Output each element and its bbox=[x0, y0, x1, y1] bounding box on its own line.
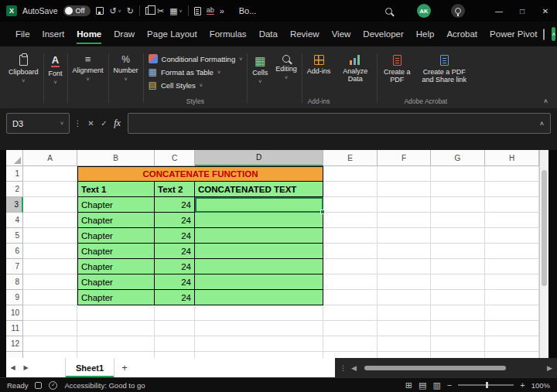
cell-A10[interactable] bbox=[23, 305, 77, 321]
cell-E12[interactable] bbox=[323, 336, 378, 352]
cell-A2[interactable] bbox=[23, 182, 77, 197]
create-pdf-button[interactable]: Create a PDF bbox=[382, 48, 412, 84]
font-button[interactable]: AFont˅ bbox=[49, 48, 63, 85]
analyze-data-button[interactable]: Analyze Data bbox=[338, 48, 372, 84]
cell-D11[interactable] bbox=[195, 321, 323, 336]
cells-button[interactable]: ▦ Cells ˅ bbox=[252, 48, 268, 84]
cell-E2[interactable] bbox=[323, 182, 378, 197]
menu-tab-formulas[interactable]: Formulas bbox=[203, 22, 253, 46]
cell-H11[interactable] bbox=[485, 321, 539, 336]
cell-G10[interactable] bbox=[431, 305, 485, 321]
row-header-8[interactable]: 8 bbox=[6, 274, 23, 290]
row-header-13[interactable] bbox=[6, 352, 23, 358]
menu-tab-acrobat[interactable]: Acrobat bbox=[440, 22, 484, 46]
cut-button[interactable]: ✂ bbox=[157, 7, 164, 15]
cell-F10[interactable] bbox=[378, 305, 431, 321]
cell-E1[interactable] bbox=[323, 166, 378, 182]
cell-E9[interactable] bbox=[323, 290, 378, 305]
cell-G4[interactable] bbox=[431, 213, 485, 228]
cell-H12[interactable] bbox=[485, 336, 539, 352]
autosave-toggle[interactable]: Off bbox=[63, 5, 91, 16]
cell-E13[interactable] bbox=[323, 352, 378, 358]
cell-C4[interactable]: 24 bbox=[155, 213, 195, 228]
zoom-out-button[interactable]: − bbox=[447, 381, 452, 390]
cell-F2[interactable] bbox=[378, 182, 431, 197]
cell-C7[interactable]: 24 bbox=[155, 259, 195, 274]
menu-tab-help[interactable]: Help bbox=[410, 22, 441, 46]
cell-A5[interactable] bbox=[23, 228, 77, 244]
cell-B8[interactable]: Chapter bbox=[77, 274, 155, 290]
column-header-E[interactable]: E bbox=[323, 150, 378, 166]
cell-F8[interactable] bbox=[378, 274, 431, 290]
cell-D4[interactable] bbox=[195, 213, 323, 228]
cell-F9[interactable] bbox=[378, 290, 431, 305]
page-layout-view-button[interactable]: ▤ bbox=[419, 381, 426, 390]
cell-A12[interactable] bbox=[23, 336, 77, 352]
number-button[interactable]: %Number˅ bbox=[114, 48, 138, 82]
cell-G2[interactable] bbox=[431, 182, 485, 197]
cell-B2[interactable]: Text 1 bbox=[77, 182, 155, 197]
menu-tab-power-pivot[interactable]: Power Pivot bbox=[484, 22, 543, 46]
undo-button[interactable]: ↺˅ bbox=[109, 7, 121, 15]
row-header-9[interactable]: 9 bbox=[6, 290, 23, 305]
horizontal-scrollbar[interactable] bbox=[361, 364, 542, 371]
row-header-2[interactable]: 2 bbox=[6, 182, 23, 197]
cell-G9[interactable] bbox=[431, 290, 485, 305]
cell-D7[interactable] bbox=[195, 259, 323, 274]
redo-button[interactable]: ↻ bbox=[127, 7, 134, 15]
cell-H9[interactable] bbox=[485, 290, 539, 305]
zoom-slider-thumb[interactable] bbox=[486, 382, 488, 388]
table-title-cell[interactable]: CONCATENATE FUNCTION bbox=[77, 166, 323, 182]
cell-F12[interactable] bbox=[378, 336, 431, 352]
save-button[interactable] bbox=[96, 7, 104, 15]
row-header-1[interactable]: 1 bbox=[6, 166, 23, 182]
row-header-5[interactable]: 5 bbox=[6, 228, 23, 244]
select-all-corner[interactable] bbox=[6, 150, 23, 166]
page-break-view-button[interactable]: ▥ bbox=[432, 381, 440, 390]
column-header-D[interactable]: D bbox=[195, 150, 323, 166]
clipboard-button[interactable]: Clipboard˅ bbox=[9, 48, 39, 84]
alignment-button[interactable]: ≡Alignment˅ bbox=[73, 48, 104, 82]
cell-F6[interactable] bbox=[378, 244, 431, 259]
cell-G7[interactable] bbox=[431, 259, 485, 274]
row-header-7[interactable]: 7 bbox=[6, 259, 23, 274]
cell-G13[interactable] bbox=[431, 352, 485, 358]
cell-B12[interactable] bbox=[77, 336, 155, 352]
expand-formula-bar-icon[interactable]: ˄ bbox=[540, 120, 544, 128]
cell-D5[interactable] bbox=[195, 228, 323, 244]
cell-C2[interactable]: Text 2 bbox=[155, 182, 195, 197]
share-button[interactable]: ˄ bbox=[552, 27, 555, 41]
tell-me-button[interactable] bbox=[451, 4, 465, 18]
menu-tab-insert[interactable]: Insert bbox=[36, 22, 71, 46]
table-quick-button[interactable]: ▦˅ bbox=[169, 7, 183, 15]
cell-C10[interactable] bbox=[155, 305, 195, 321]
cell-H8[interactable] bbox=[485, 274, 539, 290]
cell-H10[interactable] bbox=[485, 305, 539, 321]
row-header-12[interactable]: 12 bbox=[6, 336, 23, 352]
cell-D12[interactable] bbox=[195, 336, 323, 352]
cell-A9[interactable] bbox=[23, 290, 77, 305]
menu-tab-home[interactable]: Home bbox=[70, 22, 108, 46]
cell-G8[interactable] bbox=[431, 274, 485, 290]
cell-C9[interactable]: 24 bbox=[155, 290, 195, 305]
name-box[interactable]: D3 ˅ bbox=[6, 113, 70, 134]
cell-C11[interactable] bbox=[155, 321, 195, 336]
cell-B6[interactable]: Chapter bbox=[77, 244, 155, 259]
row-header-6[interactable]: 6 bbox=[6, 244, 23, 259]
insert-function-button[interactable]: fx bbox=[111, 118, 124, 129]
cell-E8[interactable] bbox=[323, 274, 378, 290]
cell-H5[interactable] bbox=[485, 228, 539, 244]
column-header-C[interactable]: C bbox=[155, 150, 195, 166]
create-pdf-share-button[interactable]: Create a PDF and Share link bbox=[419, 48, 469, 84]
zoom-slider[interactable] bbox=[458, 384, 514, 386]
cell-B13[interactable] bbox=[77, 352, 155, 358]
cell-D3[interactable] bbox=[195, 197, 323, 213]
row-header-4[interactable]: 4 bbox=[6, 213, 23, 228]
cell-B5[interactable]: Chapter bbox=[77, 228, 155, 244]
addins-button[interactable]: Add-ins bbox=[307, 48, 331, 75]
cell-H2[interactable] bbox=[485, 182, 539, 197]
cell-B9[interactable]: Chapter bbox=[77, 290, 155, 305]
hscroll-right-arrow[interactable]: ▶ bbox=[547, 364, 552, 372]
cell-F1[interactable] bbox=[378, 166, 431, 182]
hscroll-left-arrow[interactable]: ◀ bbox=[351, 364, 357, 372]
